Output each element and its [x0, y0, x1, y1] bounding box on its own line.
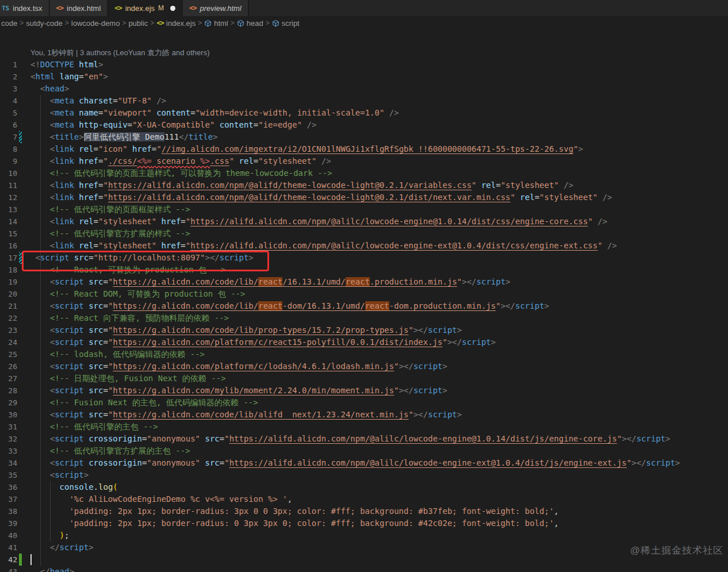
- code-line[interactable]: 40 );: [0, 529, 728, 542]
- code-line[interactable]: 17 <script src="http://localhost:8097"><…: [0, 252, 728, 264]
- line-number[interactable]: 8: [0, 143, 17, 155]
- line-number[interactable]: 35: [0, 469, 17, 481]
- unsaved-dot-icon[interactable]: [170, 6, 175, 11]
- line-number[interactable]: 20: [0, 288, 17, 300]
- line-number[interactable]: 7: [0, 131, 17, 143]
- code-line[interactable]: 3 <head>: [0, 83, 728, 95]
- code-line[interactable]: 1<!DOCTYPE html>: [0, 59, 728, 71]
- code-line[interactable]: 22 <!-- React 向下兼容, 预防物料层的依赖 -->: [0, 312, 728, 324]
- code-line[interactable]: 11 <link href="https://alifd.alicdn.com/…: [0, 179, 728, 191]
- code-line[interactable]: 30 <script src="https://g.alicdn.com/cod…: [0, 409, 728, 421]
- line-number[interactable]: 27: [0, 373, 17, 385]
- code-line[interactable]: 16 <link rel="stylesheet" href="https://…: [0, 240, 728, 252]
- code-line[interactable]: 28 <script src="https://g.alicdn.com/myl…: [0, 385, 728, 397]
- code-line[interactable]: 10 <!-- 低代码引擎的页面主题样式, 可以替换为 theme-lowcod…: [0, 167, 728, 179]
- line-number[interactable]: 42: [0, 554, 17, 566]
- line-number[interactable]: 2: [0, 71, 17, 83]
- code-line[interactable]: 15 <!-- 低代码引擎官方扩展的样式 -->: [0, 228, 728, 240]
- code-line[interactable]: 35 <script>: [0, 469, 728, 481]
- line-number[interactable]: 13: [0, 204, 17, 216]
- tab-index.ejs[interactable]: <>index.ejsM: [108, 0, 183, 16]
- tab-index.html[interactable]: <>index.html: [50, 0, 109, 16]
- code-line[interactable]: 5 <meta name="viewport" content="width=d…: [0, 107, 728, 119]
- line-number[interactable]: 28: [0, 385, 17, 397]
- line-number[interactable]: 16: [0, 240, 17, 252]
- code-line[interactable]: 31 <!-- 低代码引擎的主包 -->: [0, 421, 728, 433]
- code-line[interactable]: 32 <script crossorigin="anonymous" src="…: [0, 433, 728, 445]
- breadcrumb-item-index.ejs[interactable]: <>index.ejs: [156, 19, 196, 28]
- breadcrumb-item-code[interactable]: code: [1, 19, 17, 28]
- code-line[interactable]: 2<html lang="en">: [0, 71, 728, 83]
- breadcrumb-item-sutdy-code[interactable]: sutdy-code: [26, 19, 63, 28]
- line-number[interactable]: 34: [0, 457, 17, 469]
- line-number[interactable]: 4: [0, 95, 17, 107]
- line-number[interactable]: 24: [0, 336, 17, 348]
- line-number[interactable]: 11: [0, 179, 17, 191]
- line-number[interactable]: 23: [0, 324, 17, 336]
- line-number[interactable]: 5: [0, 107, 17, 119]
- line-number[interactable]: 18: [0, 264, 17, 276]
- code-line[interactable]: 8 <link rel="icon" href="//img.alicdn.co…: [0, 143, 728, 155]
- code-line[interactable]: 34 <script crossorigin="anonymous" src="…: [0, 457, 728, 469]
- line-number[interactable]: 25: [0, 348, 17, 360]
- breadcrumb-item-head[interactable]: head: [237, 19, 263, 28]
- code-line[interactable]: 43 </head>: [0, 566, 728, 572]
- code-line[interactable]: 29 <!-- Fusion Next 的主包, 低代码编辑器的依赖 -->: [0, 397, 728, 409]
- line-number[interactable]: 3: [0, 83, 17, 95]
- code-line[interactable]: 38 'padding: 2px 1px; border-radius: 3px…: [0, 505, 728, 517]
- code-line[interactable]: 18 <!-- React, 可替换为 production 包 -->: [0, 264, 728, 276]
- code-line[interactable]: 41 </script>: [0, 542, 728, 554]
- code-line[interactable]: 27 <!-- 日期处理包, Fusion Next 的依赖 -->: [0, 373, 728, 385]
- line-number[interactable]: 12: [0, 191, 17, 204]
- code-line[interactable]: 25 <!-- lodash, 低代码编辑器的依赖 -->: [0, 348, 728, 360]
- code-line[interactable]: 26 <script src="https://g.alicdn.com/pla…: [0, 360, 728, 373]
- line-number[interactable]: 32: [0, 433, 17, 445]
- breadcrumb-item-public[interactable]: public: [128, 19, 148, 28]
- line-number[interactable]: 26: [0, 360, 17, 373]
- code-line[interactable]: 33 <!-- 低代码引擎官方扩展的主包 -->: [0, 445, 728, 457]
- line-number[interactable]: 30: [0, 409, 17, 421]
- code-line[interactable]: 7 <title>阿里低代码引擎 Demo111</title>: [0, 131, 728, 143]
- line-number[interactable]: 38: [0, 505, 17, 517]
- line-number[interactable]: 10: [0, 167, 17, 179]
- tab-index.tsx[interactable]: TSindex.tsx: [0, 0, 50, 16]
- line-number[interactable]: 6: [0, 119, 17, 131]
- code-line[interactable]: 23 <script src="https://g.alicdn.com/cod…: [0, 324, 728, 336]
- line-number[interactable]: 37: [0, 493, 17, 505]
- breadcrumb-item-lowcode-demo[interactable]: lowcode-demo: [71, 19, 120, 28]
- line-number[interactable]: 40: [0, 529, 17, 542]
- line-number[interactable]: 39: [0, 517, 17, 529]
- tab-preview.html[interactable]: <>preview.html: [183, 0, 249, 16]
- line-number[interactable]: 21: [0, 300, 17, 312]
- line-number[interactable]: 36: [0, 481, 17, 493]
- code-line[interactable]: 39 'padding: 2px 1px; border-radius: 0 3…: [0, 517, 728, 529]
- line-number[interactable]: 9: [0, 155, 17, 167]
- code-line[interactable]: 9 <link href="./css/<%= scenario %>.css"…: [0, 155, 728, 167]
- code-line[interactable]: 20 <!-- React DOM, 可替换为 production 包 -->: [0, 288, 728, 300]
- breadcrumb-item-html[interactable]: html: [204, 19, 228, 28]
- breadcrumb-item-script[interactable]: script: [272, 19, 300, 28]
- code-line[interactable]: 37 '%c AliLowCodeEngineDemo %c v<%= vers…: [0, 493, 728, 505]
- code-line[interactable]: 13 <!-- 低代码引擎的页面框架样式 -->: [0, 204, 728, 216]
- code-line[interactable]: 36 console.log(: [0, 481, 728, 493]
- line-number[interactable]: 17: [0, 252, 17, 264]
- code-line[interactable]: 19 <script src="https://g.alicdn.com/cod…: [0, 276, 728, 288]
- code-line[interactable]: 14 <link rel="stylesheet" href="https://…: [0, 216, 728, 228]
- code-line[interactable]: 24 <script src="https://g.alicdn.com/pla…: [0, 336, 728, 348]
- code-line[interactable]: 4 <meta charset="UTF-8" />: [0, 95, 728, 107]
- line-number[interactable]: 43: [0, 566, 17, 572]
- code-line[interactable]: 12 <link href="https://alifd.alicdn.com/…: [0, 191, 728, 204]
- line-number[interactable]: 1: [0, 59, 17, 71]
- line-number[interactable]: 29: [0, 397, 17, 409]
- code-line[interactable]: 42: [0, 554, 728, 566]
- line-number[interactable]: 31: [0, 421, 17, 433]
- line-number[interactable]: 33: [0, 445, 17, 457]
- line-number[interactable]: 22: [0, 312, 17, 324]
- line-number[interactable]: 14: [0, 216, 17, 228]
- line-number[interactable]: 15: [0, 228, 17, 240]
- code-line[interactable]: 6 <meta http-equiv="X-UA-Compatible" con…: [0, 119, 728, 131]
- code-editor[interactable]: You, 1秒钟前 | 3 authors (LeoYuan 袁力皓 and o…: [0, 30, 728, 572]
- code-line[interactable]: 21 <script src="https://g.alicdn.com/cod…: [0, 300, 728, 312]
- line-number[interactable]: 19: [0, 276, 17, 288]
- line-number[interactable]: 41: [0, 542, 17, 554]
